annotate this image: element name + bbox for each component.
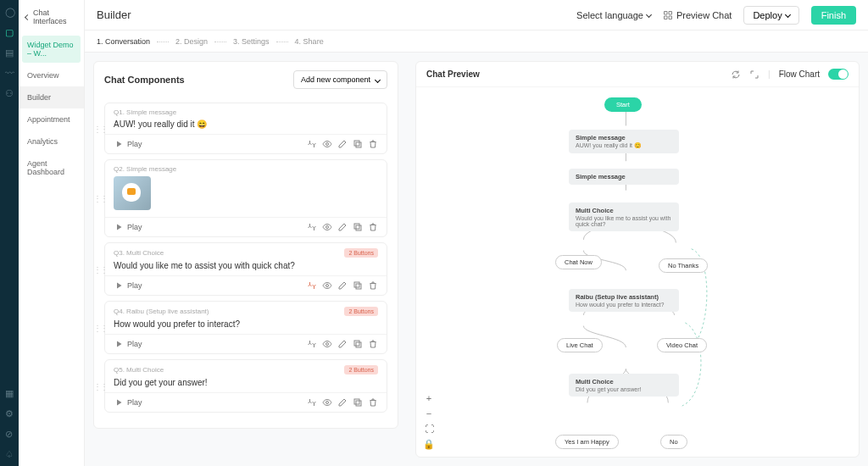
step-share[interactable]: 4. Share <box>295 37 324 46</box>
svg-point-12 <box>326 402 329 404</box>
flowchart-label: Flow Chart <box>779 69 820 79</box>
component-body: AUW! you really did it 😄 <box>105 118 387 134</box>
sidebar-item-appointment[interactable]: Appointment <box>19 108 84 130</box>
component-card[interactable]: ⋮⋮Q1. Simple messageAUW! you really did … <box>104 103 387 154</box>
node-no-thanks[interactable]: No Thanks <box>659 258 708 273</box>
back-link[interactable]: Chat Interfaces <box>19 0 84 34</box>
fit-icon[interactable]: ⛶ <box>423 424 435 434</box>
eye-icon[interactable] <box>322 280 332 291</box>
chevron-down-icon <box>375 76 381 82</box>
flowchart-toggle[interactable] <box>828 69 849 80</box>
node-raibu[interactable]: Raibu (Setup live assistant)How would yo… <box>569 289 679 312</box>
edit-icon[interactable] <box>337 222 348 232</box>
analytics-icon[interactable]: 〰 <box>5 68 14 76</box>
flow-icon[interactable] <box>307 339 317 349</box>
component-card[interactable]: ⋮⋮Q2. Simple messagePlay <box>104 159 387 237</box>
sidebar-item-analytics[interactable]: Analytics <box>19 130 84 153</box>
chat-icon[interactable]: ▢ <box>5 27 14 36</box>
sidebar: Chat Interfaces Widget Demo – W... Overv… <box>19 0 85 466</box>
eye-icon[interactable] <box>322 222 332 232</box>
edit-icon[interactable] <box>337 280 348 291</box>
svg-rect-13 <box>356 401 361 406</box>
play-button[interactable]: Play <box>114 339 142 349</box>
lock-icon[interactable]: 🔒 <box>423 439 435 450</box>
node-no[interactable]: No <box>660 435 687 449</box>
zoom-out[interactable]: − <box>423 408 435 419</box>
eye-icon[interactable] <box>322 139 332 149</box>
flow-icon[interactable] <box>307 397 317 408</box>
component-card[interactable]: ⋮⋮Q4. Raibu (Setup live assistant)2 Butt… <box>104 301 387 354</box>
step-design[interactable]: 2. Design <box>175 37 208 46</box>
copy-icon[interactable] <box>353 280 363 291</box>
edit-icon[interactable] <box>337 139 348 149</box>
drag-handle-icon[interactable]: ⋮⋮ <box>93 124 107 133</box>
trash-icon[interactable] <box>368 139 378 149</box>
node-live-chat[interactable]: Live Chat <box>557 338 603 352</box>
copy-icon[interactable] <box>353 222 363 232</box>
component-card[interactable]: ⋮⋮Q3. Multi Choice2 ButtonsWould you lik… <box>104 242 387 296</box>
node-start[interactable]: Start <box>604 97 642 112</box>
zoom-in[interactable]: + <box>423 393 435 403</box>
node-yes-happy[interactable]: Yes I am Happy <box>555 435 619 449</box>
trash-icon[interactable] <box>368 339 378 349</box>
play-icon <box>114 397 124 408</box>
grid-icon[interactable]: ▦ <box>5 388 14 397</box>
bell-icon[interactable]: ♤ <box>5 449 14 458</box>
gear-icon[interactable]: ⚙ <box>5 408 14 417</box>
node-multi-1[interactable]: Multi ChoiceWould you like me to assist … <box>569 202 679 231</box>
zoom-controls: + − ⛶ 🔒 <box>423 393 435 450</box>
svg-point-0 <box>326 143 329 146</box>
drag-handle-icon[interactable]: ⋮⋮ <box>93 194 107 203</box>
drag-handle-icon[interactable]: ⋮⋮ <box>93 323 107 332</box>
expand-icon[interactable] <box>749 69 760 80</box>
preview-chat-link[interactable]: Preview Chat <box>663 10 732 20</box>
sidebar-item-overview[interactable]: Overview <box>19 64 84 86</box>
step-settings[interactable]: 3. Settings <box>233 37 270 46</box>
play-button[interactable]: Play <box>114 280 142 291</box>
sidebar-item-builder[interactable]: Builder <box>19 86 84 108</box>
link-icon[interactable]: ⊘ <box>5 429 14 437</box>
eye-icon[interactable] <box>322 339 332 349</box>
sidebar-item-agent[interactable]: Agent Dashboard <box>19 153 84 183</box>
component-card[interactable]: ⋮⋮Q5. Multi Choice2 ButtonsDid you get y… <box>104 359 387 413</box>
node-simple-1[interactable]: Simple messageAUW! you really did it 😊 <box>569 130 679 153</box>
drag-handle-icon[interactable]: ⋮⋮ <box>93 264 107 274</box>
component-body: Would you like me to assist you with qui… <box>105 259 387 275</box>
deploy-button[interactable]: Deploy <box>743 6 798 25</box>
component-label: Q2. Simple message <box>114 165 176 173</box>
step-conversation[interactable]: 1. Conversation <box>97 37 150 46</box>
copy-icon[interactable] <box>353 397 363 408</box>
node-multi-2[interactable]: Multi ChoiceDid you get your answer! <box>569 374 679 397</box>
svg-rect-10 <box>356 342 361 347</box>
copy-icon[interactable] <box>353 139 363 149</box>
play-button[interactable]: Play <box>114 139 142 149</box>
language-select[interactable]: Select language <box>576 10 651 20</box>
play-button[interactable]: Play <box>114 222 142 232</box>
flow-icon[interactable] <box>307 222 317 232</box>
add-component-button[interactable]: Add new component <box>293 70 387 89</box>
buttons-badge: 2 Buttons <box>344 365 378 374</box>
copy-icon[interactable] <box>353 339 363 349</box>
node-simple-2[interactable]: Simple message <box>569 169 679 185</box>
sidebar-item-widget[interactable]: Widget Demo – W... <box>22 36 81 63</box>
node-video-chat[interactable]: Video Chat <box>657 338 707 352</box>
flow-canvas[interactable]: Start Simple messageAUW! you really did … <box>416 87 859 457</box>
layers-icon[interactable]: ▤ <box>5 47 14 56</box>
flow-icon[interactable] <box>307 280 317 291</box>
edit-icon[interactable] <box>337 339 348 349</box>
finish-button[interactable]: Finish <box>811 6 856 25</box>
refresh-icon[interactable] <box>731 69 741 80</box>
trash-icon[interactable] <box>368 397 378 408</box>
play-button[interactable]: Play <box>114 397 142 408</box>
users-icon[interactable]: ⚇ <box>5 88 14 97</box>
trash-icon[interactable] <box>368 222 378 232</box>
eye-icon[interactable] <box>322 397 332 408</box>
svg-rect-1 <box>356 142 361 147</box>
node-chat-now[interactable]: Chat Now <box>555 255 602 269</box>
drag-handle-icon[interactable]: ⋮⋮ <box>93 381 107 391</box>
trash-icon[interactable] <box>368 280 378 291</box>
flow-icon[interactable] <box>307 139 317 149</box>
edit-icon[interactable] <box>337 397 348 408</box>
home-icon[interactable]: ◯ <box>5 7 14 15</box>
component-body <box>105 175 387 217</box>
